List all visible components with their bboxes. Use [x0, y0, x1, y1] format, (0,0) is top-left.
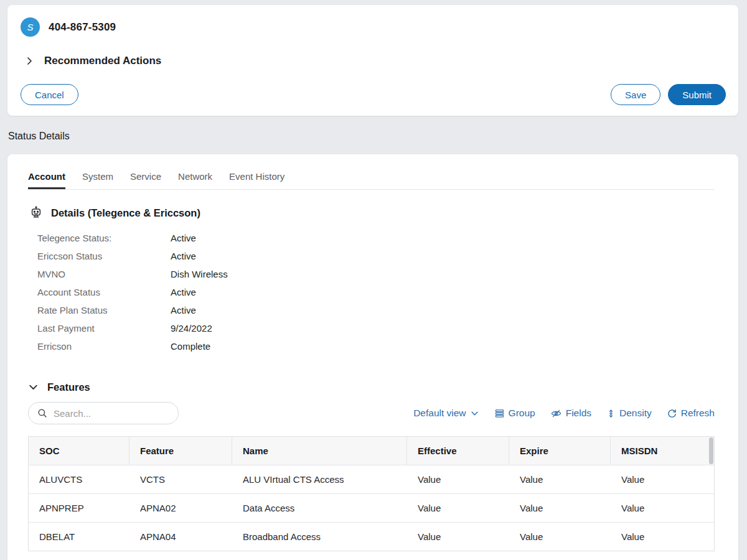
avatar: S: [21, 17, 40, 37]
robot-icon: [29, 206, 43, 220]
refresh-icon: [667, 408, 677, 419]
table-cell: ALUVCTS: [29, 465, 129, 493]
table-cell: APNA02: [129, 494, 232, 522]
detail-row-rate-plan-status: Rate Plan Status Active: [37, 301, 715, 319]
density-button[interactable]: Density: [606, 408, 652, 419]
column-header-name[interactable]: Name: [232, 437, 407, 465]
detail-value: Complete: [171, 341, 210, 352]
header-actions-row: Cancel Save Submit: [21, 84, 726, 105]
detail-label: Erricson: [37, 341, 171, 352]
avatar-initial: S: [27, 22, 33, 32]
detail-row-last-payment: Last Payment 9/24/2022: [37, 319, 715, 337]
table-cell: Value: [407, 465, 509, 493]
table-cell: ALU VIrtual CTS Access: [232, 465, 407, 493]
table-cell: Value: [611, 465, 714, 493]
detail-value: Active: [171, 233, 196, 243]
search-input[interactable]: [54, 408, 177, 419]
detail-value: Active: [171, 251, 196, 261]
group-button[interactable]: Group: [494, 408, 535, 419]
default-view-dropdown[interactable]: Default view: [413, 408, 479, 419]
header-actions-right: Save Submit: [611, 84, 726, 105]
refresh-button[interactable]: Refresh: [667, 408, 715, 419]
detail-row-ericcson-status: Ericcson Status Active: [37, 247, 715, 265]
table-row[interactable]: ALUVCTS VCTS ALU VIrtual CTS Access Valu…: [29, 465, 714, 493]
group-icon: [494, 408, 505, 419]
table-cell: Value: [509, 523, 611, 551]
column-header-expire[interactable]: Expire: [509, 437, 611, 465]
table-cell: VCTS: [129, 465, 232, 493]
save-button[interactable]: Save: [611, 84, 660, 105]
details-heading: Details (Telegence & Ericcson): [51, 207, 200, 219]
table-cell: Data Access: [232, 494, 407, 522]
detail-row-mvno: MVNO Dish Wireless: [37, 265, 715, 283]
chevron-down-icon: [470, 409, 479, 418]
search-icon: [37, 408, 48, 419]
fields-button[interactable]: Fields: [550, 408, 591, 419]
detail-value: Active: [171, 305, 196, 315]
tab-system[interactable]: System: [82, 171, 113, 189]
column-header-soc[interactable]: SOC: [29, 437, 129, 465]
table-cell: Value: [509, 465, 611, 493]
eye-off-icon: [550, 408, 562, 419]
detail-label: MVNO: [37, 269, 171, 279]
table-cell: APNA04: [129, 523, 232, 551]
recommended-actions-label: Recommended Actions: [44, 55, 161, 67]
detail-value: Active: [171, 287, 196, 297]
table-cell: Value: [407, 523, 509, 551]
density-icon: [606, 408, 616, 419]
phone-number: 404-867-5309: [49, 21, 116, 34]
cancel-button[interactable]: Cancel: [21, 84, 78, 105]
detail-value: Dish Wireless: [171, 269, 228, 279]
tab-event-history[interactable]: Event History: [229, 171, 284, 189]
table-cell: APNPREP: [29, 494, 129, 522]
features-section-toggle[interactable]: Features: [28, 381, 715, 393]
table-cell: Broadband Access: [232, 523, 407, 551]
fields-label: Fields: [566, 408, 591, 419]
column-header-feature[interactable]: Feature: [129, 437, 232, 465]
detail-row-account-status: Account Status Active: [37, 283, 715, 301]
tab-account[interactable]: Account: [28, 171, 65, 189]
recommended-actions-toggle[interactable]: Recommended Actions: [24, 55, 726, 67]
table-row[interactable]: APNPREP APNA02 Data Access Value Value V…: [29, 493, 714, 522]
details-field-list: Telegence Status: Active Ericcson Status…: [37, 229, 715, 355]
table-cell: Value: [611, 523, 714, 551]
table-row[interactable]: DBELAT APNA04 Broadband Access Value Val…: [29, 522, 714, 551]
tab-network[interactable]: Network: [178, 171, 212, 189]
detail-label: Telegence Status:: [37, 233, 171, 243]
detail-label: Rate Plan Status: [37, 305, 171, 315]
column-header-effective[interactable]: Effective: [407, 437, 509, 465]
group-label: Group: [509, 408, 535, 419]
submit-button[interactable]: Submit: [668, 84, 726, 105]
customer-header-card: S 404-867-5309 Recommended Actions Cance…: [7, 5, 738, 116]
column-header-msisdn[interactable]: MSISDN: [611, 437, 714, 465]
status-details-title: Status Details: [8, 131, 70, 142]
chevron-down-icon: [28, 382, 39, 393]
details-section-header: Details (Telegence & Ericcson): [29, 206, 715, 220]
search-box: [28, 402, 179, 424]
refresh-label: Refresh: [681, 408, 715, 419]
detail-row-telegence-status: Telegence Status: Active: [37, 229, 715, 247]
tab-bar: Account System Service Network Event His…: [28, 154, 715, 190]
status-details-card: Account System Service Network Event His…: [7, 154, 738, 560]
features-heading: Features: [47, 381, 90, 393]
table-cell: Value: [611, 494, 714, 522]
tab-service[interactable]: Service: [130, 171, 161, 189]
table-header-row: SOC Feature Name Effective Expire MSISDN: [29, 437, 714, 465]
detail-row-erricson: Erricson Complete: [37, 337, 715, 355]
density-label: Density: [619, 408, 652, 419]
detail-value: 9/24/2022: [171, 323, 212, 334]
detail-label: Ericcson Status: [37, 251, 171, 261]
features-controls-row: Default view Group Fields: [28, 402, 715, 424]
table-cell: Value: [407, 494, 509, 522]
table-cell: DBELAT: [29, 523, 129, 551]
default-view-label: Default view: [413, 408, 466, 419]
customer-row: S 404-867-5309: [21, 17, 726, 37]
table-cell: Value: [509, 494, 611, 522]
table-toolbar: Default view Group Fields: [413, 408, 715, 419]
chevron-right-icon: [24, 56, 34, 66]
detail-label: Account Status: [37, 287, 171, 297]
detail-label: Last Payment: [37, 323, 171, 334]
features-table: SOC Feature Name Effective Expire MSISDN…: [28, 436, 715, 551]
table-scrollbar[interactable]: [709, 437, 713, 464]
